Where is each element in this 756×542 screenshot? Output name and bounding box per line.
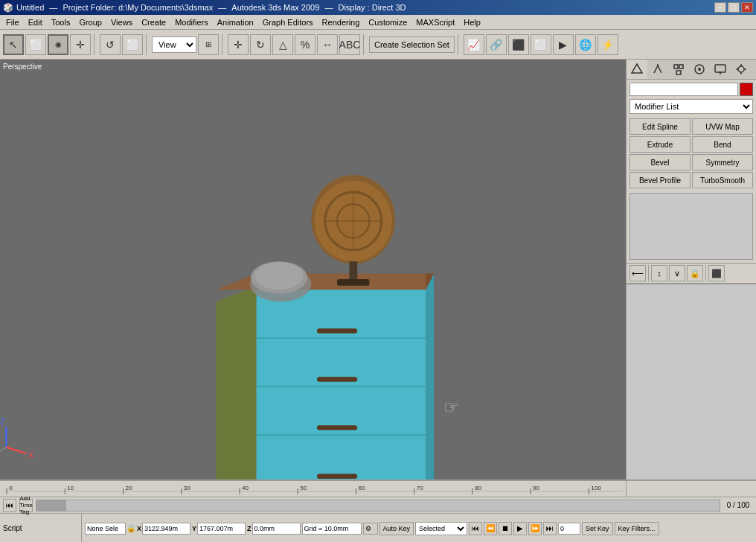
lock-icon[interactable]: 🔒	[126, 524, 135, 532]
y-value[interactable]: 1767.007m	[197, 523, 246, 535]
frame-field[interactable]: 0	[558, 523, 580, 535]
quick-render-button[interactable]: ⚡	[598, 34, 618, 55]
icon-divider-1	[648, 265, 649, 281]
svg-text:80: 80	[475, 485, 482, 491]
go-end-button[interactable]: ⏭	[543, 522, 557, 535]
mirror-button[interactable]: ↔	[317, 34, 338, 55]
select-tool-button[interactable]: ↖	[3, 34, 24, 55]
key-filters-button[interactable]: Key Filters...	[615, 522, 659, 535]
turbosmooth-button[interactable]: TurboSmooth	[692, 172, 753, 188]
bevel-profile-button[interactable]: Bevel Profile	[630, 172, 691, 188]
uvw-map-button[interactable]: UVW Map	[692, 118, 753, 135]
modifier-list-dropdown[interactable]: Modifier List	[630, 99, 753, 114]
symmetry-button[interactable]: Symmetry	[692, 154, 753, 170]
configure-button[interactable]: ⬛	[708, 265, 725, 281]
modifier-dropdown-area: Modifier List	[627, 99, 756, 117]
object-name-input[interactable]	[630, 83, 738, 96]
menu-maxscript[interactable]: MAXScript	[411, 17, 459, 28]
svg-marker-2	[216, 286, 256, 479]
align-button[interactable]: ABC	[339, 34, 360, 55]
panel-icons: ⟵ ↕ ∨ 🔒 ⬛	[627, 263, 756, 284]
svg-rect-13	[317, 474, 357, 479]
menu-graph-editors[interactable]: Graph Editors	[258, 17, 318, 28]
menu-file[interactable]: File	[1, 17, 24, 28]
timeline-thumb[interactable]	[36, 500, 66, 511]
menu-edit[interactable]: Edit	[24, 17, 47, 28]
panel-tab-modify[interactable]	[647, 60, 668, 79]
viewport[interactable]: Perspective	[0, 60, 626, 479]
render-button[interactable]: ▶	[553, 34, 574, 55]
name-field-area	[627, 80, 756, 99]
menu-customize[interactable]: Customize	[364, 17, 411, 28]
minimize-button[interactable]: –	[714, 2, 726, 13]
create-selection-set-button[interactable]: Create Selection Set	[369, 36, 455, 53]
undo-button[interactable]: ↺	[100, 34, 121, 55]
remove-modifier-button[interactable]: 🔒	[687, 265, 703, 281]
play-button[interactable]: ▶	[513, 522, 527, 535]
transform-gizmo-button[interactable]: ⊞	[198, 34, 219, 55]
none-select-value: None Sele	[85, 523, 126, 535]
extrude-button[interactable]: Extrude	[630, 136, 691, 153]
svg-point-26	[254, 262, 303, 290]
select-move-button[interactable]: ✛	[228, 34, 249, 55]
menu-tools[interactable]: Tools	[47, 17, 75, 28]
auto-key-button[interactable]: Auto Key	[379, 522, 414, 535]
select-manipulate-button[interactable]: %	[295, 34, 315, 55]
svg-rect-35	[674, 65, 678, 68]
set-key-button[interactable]: Set Key	[582, 522, 613, 535]
color-swatch[interactable]	[740, 83, 753, 96]
menu-create[interactable]: Create	[137, 17, 170, 28]
svg-text:10: 10	[67, 485, 74, 491]
window-crossing-button[interactable]: ◉	[48, 34, 68, 55]
z-value[interactable]: 0.0mm	[252, 523, 301, 535]
x-value[interactable]: 3122.949m	[142, 523, 190, 535]
svg-rect-48	[3, 481, 623, 497]
stop-button[interactable]: ⏹	[499, 522, 512, 535]
menu-help[interactable]: Help	[459, 17, 485, 28]
close-button[interactable]: ✕	[741, 2, 753, 13]
go-start-button[interactable]: ⏮	[469, 522, 482, 535]
svg-text:70: 70	[417, 485, 424, 491]
redo-button[interactable]: ⬜	[122, 34, 143, 55]
timeline-scrollbar[interactable]	[36, 500, 720, 511]
select-rotate-button[interactable]: ↻	[250, 34, 271, 55]
view-dropdown[interactable]: View World Local	[152, 36, 196, 53]
menu-group[interactable]: Group	[74, 17, 106, 28]
svg-text:60: 60	[358, 485, 365, 491]
x-coord-field: X 3122.949m	[137, 523, 190, 535]
panel-tab-create[interactable]	[627, 60, 647, 79]
next-key-button[interactable]: ⏩	[528, 522, 542, 535]
pin-stack-button[interactable]: ⟵	[630, 265, 646, 281]
menu-rendering[interactable]: Rendering	[318, 17, 365, 28]
select-object-button[interactable]: ✛	[70, 34, 91, 55]
make-unique-button[interactable]: ∨	[669, 265, 685, 281]
select-region-button[interactable]: ⬜	[25, 34, 46, 55]
menu-modifiers[interactable]: Modifiers	[170, 17, 213, 28]
y-coord-field: Y 1767.007m	[192, 523, 246, 535]
select-scale-button[interactable]: △	[272, 34, 293, 55]
show-end-result-button[interactable]: ↕	[651, 265, 667, 281]
panel-tab-motion[interactable]	[689, 60, 710, 79]
prev-frame-button[interactable]: ⏮	[3, 499, 16, 512]
edit-spline-button[interactable]: Edit Spline	[630, 118, 691, 135]
bevel-button[interactable]: Bevel	[630, 154, 691, 170]
svg-point-43	[738, 66, 744, 72]
add-time-tag-button[interactable]: Add Time Tag	[19, 499, 33, 512]
selected-dropdown[interactable]: Selected	[415, 522, 467, 535]
menu-animation[interactable]: Animation	[213, 17, 258, 28]
material-editor-button[interactable]: ⬛	[508, 34, 529, 55]
active-shade-button[interactable]: 🌐	[575, 34, 596, 55]
panel-tab-hierarchy[interactable]	[668, 60, 689, 79]
panel-tab-utilities[interactable]	[731, 60, 752, 79]
app-icon: 🎲	[3, 3, 13, 13]
render-setup-button[interactable]: ⬜	[531, 34, 551, 55]
panel-tab-display[interactable]	[710, 60, 731, 79]
bend-button[interactable]: Bend	[692, 136, 753, 153]
prev-key-button[interactable]: ⏪	[484, 522, 497, 535]
menu-views[interactable]: Views	[106, 17, 137, 28]
maximize-button[interactable]: □	[728, 2, 740, 13]
schematic-view-button[interactable]: 🔗	[486, 34, 507, 55]
svg-point-39	[698, 68, 701, 71]
z-label: Z	[247, 525, 252, 532]
curve-editor-button[interactable]: 📈	[464, 34, 484, 55]
